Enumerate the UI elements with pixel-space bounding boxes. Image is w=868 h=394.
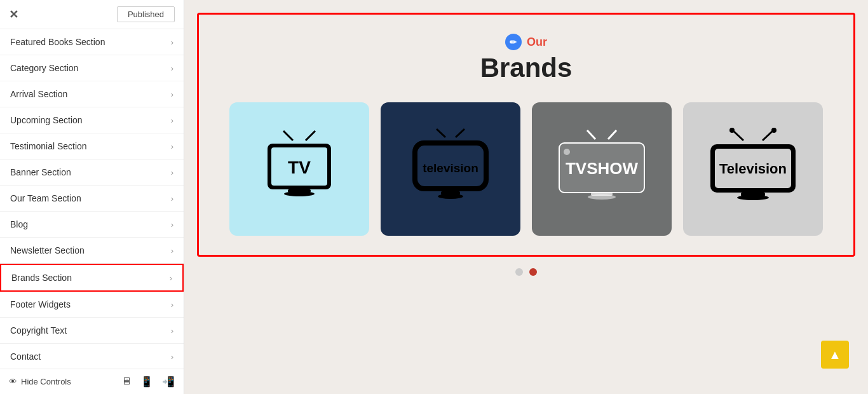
footer-icons: 🖥 📱 📲 — [121, 376, 175, 388]
svg-line-1 — [306, 131, 315, 140]
sidebar-item-label: Newsletter Section — [10, 245, 85, 255]
sidebar-item-label: Category Section — [10, 63, 78, 73]
chevron-right-icon: › — [171, 37, 173, 47]
carousel-dot-1[interactable] — [515, 268, 523, 276]
sidebar-header: ✕ Published — [0, 0, 184, 29]
svg-line-21 — [733, 131, 743, 140]
sidebar-item-testimonial[interactable]: Testimonial Section› — [0, 133, 184, 160]
eye-icon: 👁 — [9, 377, 17, 386]
svg-text:TV: TV — [288, 158, 311, 177]
brands-grid: TV television — [218, 102, 834, 236]
chevron-right-icon: › — [171, 326, 173, 336]
brands-our: ✏ Our — [218, 34, 834, 50]
carousel-dots — [515, 268, 537, 276]
sidebar-item-label: Brands Section — [11, 273, 72, 283]
chevron-right-icon: › — [171, 220, 173, 229]
svg-point-17 — [564, 149, 570, 155]
svg-line-7 — [437, 129, 445, 137]
sidebar-item-label: Banner Section — [10, 167, 71, 177]
svg-text:TVSHOW: TVSHOW — [566, 159, 639, 178]
brand-card-3[interactable]: TVSHOW — [532, 102, 672, 236]
sidebar-item-footer-widgets[interactable]: Footer Widgets› — [0, 292, 184, 318]
sidebar-footer: 👁 Hide Controls 🖥 📱 📲 — [0, 369, 184, 394]
sidebar-item-label: Footer Widgets — [10, 299, 71, 309]
chevron-right-icon: › — [170, 273, 172, 283]
sidebar-item-arrival[interactable]: Arrival Section› — [0, 81, 184, 107]
sidebar-item-label: Arrival Section — [10, 89, 67, 99]
chevron-right-icon: › — [171, 194, 173, 203]
brands-heading: ✏ Our Brands — [218, 34, 834, 83]
sidebar-item-our-team[interactable]: Our Team Section› — [0, 186, 184, 212]
svg-point-24 — [771, 128, 776, 133]
scroll-top-button[interactable]: ▲ — [821, 341, 849, 369]
published-button[interactable]: Published — [117, 6, 175, 22]
sidebar-item-label: Our Team Section — [10, 193, 81, 203]
svg-point-20 — [588, 194, 616, 200]
svg-line-0 — [283, 131, 293, 140]
sidebar-item-contact[interactable]: Contact› — [0, 344, 184, 369]
chevron-right-icon: › — [171, 90, 173, 99]
chevron-right-icon: › — [171, 168, 173, 177]
chevron-right-icon: › — [171, 64, 173, 73]
hide-controls-button[interactable]: 👁 Hide Controls — [9, 377, 71, 386]
sidebar-item-label: Featured Books Section — [10, 37, 105, 47]
hide-controls-label: Hide Controls — [21, 377, 71, 386]
brands-title: Brands — [218, 53, 834, 83]
sidebar-item-banner[interactable]: Banner Section› — [0, 160, 184, 186]
svg-text:Television: Television — [719, 161, 787, 177]
sidebar-item-copyright[interactable]: Copyright Text› — [0, 318, 184, 344]
sidebar-item-label: Upcoming Section — [10, 115, 83, 125]
brands-panel: ✏ Our Brands TV — [197, 13, 855, 257]
sidebar-item-blog[interactable]: Blog› — [0, 212, 184, 238]
desktop-icon[interactable]: 🖥 — [121, 376, 132, 388]
carousel-dot-2[interactable] — [529, 268, 537, 276]
sidebar: ✕ Published Featured Books Section›Categ… — [0, 0, 184, 394]
svg-line-14 — [587, 130, 595, 139]
television-icon-4: Television — [699, 128, 807, 210]
mobile-icon[interactable]: 📲 — [162, 376, 175, 388]
chevron-right-icon: › — [171, 142, 173, 151]
svg-point-13 — [438, 194, 463, 199]
main-content: ✏ Our Brands TV — [184, 0, 868, 394]
chevron-right-icon: › — [171, 352, 173, 362]
svg-point-29 — [737, 195, 769, 200]
close-button[interactable]: ✕ — [9, 8, 18, 22]
sidebar-item-featured-books[interactable]: Featured Books Section› — [0, 29, 184, 55]
brand-card-4[interactable]: Television — [683, 102, 823, 236]
sidebar-list: Featured Books Section›Category Section›… — [0, 29, 184, 369]
tvshow-icon-3: TVSHOW — [548, 128, 656, 210]
sidebar-item-label: Contact — [10, 351, 41, 362]
svg-point-22 — [729, 128, 735, 133]
chevron-right-icon: › — [171, 116, 173, 125]
our-label: Our — [527, 36, 547, 49]
svg-line-15 — [608, 130, 616, 139]
brand-card-1[interactable]: TV — [229, 102, 369, 236]
svg-line-8 — [456, 129, 465, 137]
tv-icon-1: TV — [255, 128, 344, 210]
brand-card-2[interactable]: television — [381, 102, 520, 236]
tablet-icon[interactable]: 📱 — [140, 376, 153, 388]
sidebar-item-label: Testimonial Section — [10, 141, 87, 151]
svg-line-23 — [763, 131, 773, 140]
sidebar-item-newsletter[interactable]: Newsletter Section› — [0, 238, 184, 264]
sidebar-item-upcoming[interactable]: Upcoming Section› — [0, 107, 184, 133]
sidebar-item-brands[interactable]: Brands Section› — [0, 264, 184, 292]
sidebar-item-label: Blog — [10, 219, 28, 229]
svg-text:television: television — [423, 161, 478, 175]
sidebar-item-category[interactable]: Category Section› — [0, 55, 184, 81]
chevron-right-icon: › — [171, 246, 173, 255]
svg-point-6 — [284, 191, 315, 196]
television-icon-2: television — [400, 128, 501, 210]
pencil-icon: ✏ — [505, 34, 522, 50]
chevron-right-icon: › — [171, 300, 173, 309]
sidebar-item-label: Copyright Text — [10, 325, 67, 336]
